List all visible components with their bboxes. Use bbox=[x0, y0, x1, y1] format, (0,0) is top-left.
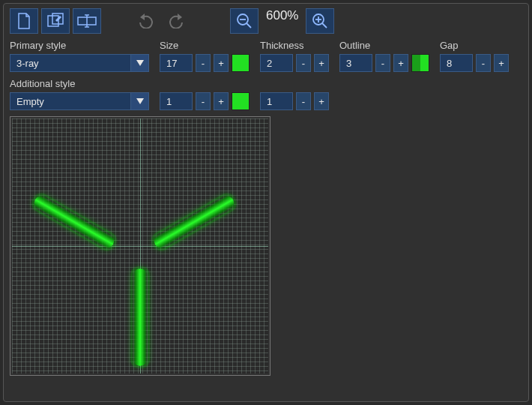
file-tool-group bbox=[10, 8, 101, 34]
primary-outline-decrement[interactable]: - bbox=[375, 54, 390, 72]
primary-style-dropdown[interactable]: 3-ray bbox=[10, 54, 149, 72]
primary-controls-row: Primary style 3-ray Size 17 - + Thicknes… bbox=[10, 40, 522, 72]
redo-icon bbox=[166, 14, 185, 28]
additional-size-field: . 1 - + bbox=[160, 78, 250, 110]
size-label: Size bbox=[160, 40, 250, 51]
primary-size-color-swatch[interactable] bbox=[232, 54, 250, 72]
zoom-out-button[interactable] bbox=[230, 8, 259, 34]
additional-size-input[interactable]: 1 bbox=[160, 92, 193, 110]
rename-icon bbox=[77, 14, 97, 28]
additional-controls-row: Additional style Empty . 1 - + . 1 - bbox=[10, 78, 522, 110]
primary-size-input[interactable]: 17 bbox=[160, 54, 193, 72]
dropdown-caret-icon bbox=[130, 93, 148, 110]
gap-label: Gap bbox=[440, 40, 509, 51]
primary-size-increment[interactable]: + bbox=[214, 54, 229, 72]
additional-thickness-decrement[interactable]: - bbox=[296, 92, 311, 110]
additional-size-color-swatch[interactable] bbox=[232, 92, 250, 110]
primary-thickness-field: Thickness 2 - + bbox=[260, 40, 329, 72]
primary-outline-color-swatch[interactable] bbox=[411, 54, 429, 72]
edit-layers-icon bbox=[46, 13, 64, 29]
zoom-in-button[interactable] bbox=[306, 8, 334, 34]
undo-button[interactable] bbox=[134, 8, 160, 34]
primary-style-value: 3-ray bbox=[10, 58, 130, 69]
additional-thickness-input[interactable]: 1 bbox=[260, 92, 293, 110]
thickness-label: Thickness bbox=[260, 40, 329, 51]
primary-size-decrement[interactable]: - bbox=[196, 54, 211, 72]
preview-frame bbox=[10, 116, 270, 376]
primary-thickness-input[interactable]: 2 bbox=[260, 54, 293, 72]
primary-outline-input[interactable]: 3 bbox=[339, 54, 372, 72]
svg-line-10 bbox=[322, 23, 327, 28]
additional-style-value: Empty bbox=[10, 96, 130, 107]
svg-line-7 bbox=[247, 23, 251, 28]
editor-panel: 600% Primary style 3-ray Size bbox=[3, 3, 529, 402]
edit-button[interactable] bbox=[41, 8, 70, 34]
additional-thickness-increment[interactable]: + bbox=[314, 92, 329, 110]
history-tool-group bbox=[134, 8, 188, 34]
redo-button[interactable] bbox=[163, 8, 188, 34]
zoom-level: 600% bbox=[262, 8, 303, 34]
crosshair-ray-2 bbox=[151, 193, 237, 250]
zoom-tool-group: 600% bbox=[230, 8, 334, 34]
additional-style-field: Additional style Empty bbox=[10, 78, 149, 110]
toolbar: 600% bbox=[10, 7, 522, 38]
undo-icon bbox=[137, 14, 157, 28]
dropdown-caret-icon bbox=[130, 55, 148, 71]
zoom-out-icon bbox=[236, 13, 253, 29]
primary-size-field: Size 17 - + bbox=[160, 40, 250, 72]
primary-gap-field: Gap 8 - + bbox=[440, 40, 509, 72]
primary-outline-field: Outline 3 - + bbox=[339, 40, 429, 72]
preview-axis-horizontal bbox=[12, 246, 268, 247]
primary-outline-increment[interactable]: + bbox=[393, 54, 408, 72]
additional-thickness-field: . 1 - + bbox=[260, 78, 329, 110]
zoom-in-icon bbox=[312, 13, 328, 29]
additional-style-label: Additional style bbox=[10, 78, 149, 89]
crosshair-ray-1 bbox=[31, 193, 117, 250]
primary-thickness-increment[interactable]: + bbox=[314, 54, 329, 72]
primary-style-field: Primary style 3-ray bbox=[10, 40, 149, 72]
rename-button[interactable] bbox=[73, 8, 101, 34]
new-button[interactable] bbox=[10, 8, 38, 34]
preview-canvas[interactable] bbox=[12, 118, 268, 374]
primary-style-label: Primary style bbox=[10, 40, 149, 51]
additional-size-increment[interactable]: + bbox=[214, 92, 229, 110]
additional-style-dropdown[interactable]: Empty bbox=[10, 92, 149, 110]
additional-size-decrement[interactable]: - bbox=[196, 92, 211, 110]
new-document-icon bbox=[16, 13, 31, 29]
primary-gap-decrement[interactable]: - bbox=[476, 54, 491, 72]
primary-gap-increment[interactable]: + bbox=[494, 54, 509, 72]
primary-thickness-decrement[interactable]: - bbox=[296, 54, 311, 72]
crosshair-ray-3 bbox=[133, 268, 148, 366]
primary-gap-input[interactable]: 8 bbox=[440, 54, 473, 72]
outline-label: Outline bbox=[339, 40, 429, 51]
